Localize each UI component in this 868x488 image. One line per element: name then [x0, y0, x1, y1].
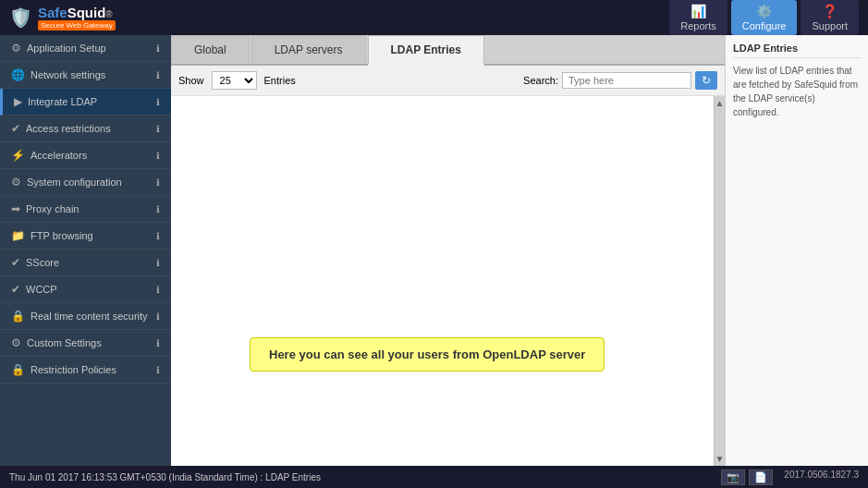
- logo-text: SafeSquid®: [38, 5, 116, 20]
- info-icon-system-config: ℹ: [156, 177, 160, 188]
- status-bar: Thu Jun 01 2017 16:13:53 GMT+0530 (India…: [0, 466, 868, 488]
- info-icon-network: ℹ: [156, 70, 160, 80]
- scroll-down-arrow[interactable]: ▼: [715, 454, 725, 464]
- reports-icon: 📊: [691, 4, 706, 18]
- logo-icon: 🛡️: [9, 6, 32, 29]
- status-icon-btn-2[interactable]: 📄: [749, 470, 773, 485]
- sidebar-item-integrate-ldap[interactable]: ▶ Integrate LDAP ℹ: [0, 89, 171, 116]
- ftp-icon: 📁: [11, 229, 25, 242]
- nav-btn-reports[interactable]: 📊Reports: [669, 0, 727, 35]
- support-icon: ❓: [822, 4, 837, 18]
- sidebar-item-custom[interactable]: ⚙ Custom Settings ℹ: [0, 330, 171, 357]
- show-label: Show: [178, 75, 204, 86]
- content-area: GlobalLDAP serversLDAP Entries Show 25 5…: [171, 35, 725, 466]
- nav-buttons: 📊Reports⚙️Configure❓Support: [669, 0, 859, 35]
- logo-area: 🛡️ SafeSquid® Secure Web Gateway: [9, 5, 116, 30]
- table-controls: Show 25 50 100 Entries Search: ↻: [171, 66, 725, 96]
- info-icon-restriction: ℹ: [156, 365, 160, 375]
- logo-subtitle: Secure Web Gateway: [38, 20, 116, 30]
- sidebar-label-ftp: FTP browsing: [31, 230, 93, 241]
- sidebar-label-integrate-ldap: Integrate LDAP: [28, 96, 97, 107]
- accelerators-icon: ⚡: [11, 149, 25, 162]
- sidebar-item-proxy-chain[interactable]: ➡ Proxy chain ℹ: [0, 196, 171, 223]
- sidebar-item-restriction[interactable]: 🔒 Restriction Policies ℹ: [0, 357, 171, 384]
- search-input[interactable]: [562, 72, 691, 89]
- proxy-chain-icon: ➡: [11, 202, 20, 215]
- app-setup-icon: ⚙: [11, 42, 21, 55]
- status-version: 2017.0506.1827.3: [784, 470, 859, 485]
- sidebar-label-restriction: Restriction Policies: [31, 364, 116, 375]
- sscore-icon: ✔: [11, 256, 20, 269]
- sidebar-item-app-setup[interactable]: ⚙ Application Setup ℹ: [0, 35, 171, 62]
- tab-ldap-entries[interactable]: LDAP Entries: [368, 35, 484, 66]
- entries-label: Entries: [264, 75, 296, 86]
- sidebar-label-custom: Custom Settings: [27, 337, 102, 348]
- custom-icon: ⚙: [11, 336, 21, 349]
- table-wrapper: [171, 96, 714, 466]
- sidebar-label-proxy-chain: Proxy chain: [26, 203, 79, 214]
- show-select[interactable]: 25 50 100: [212, 71, 257, 90]
- sidebar-label-wccp: WCCP: [26, 284, 57, 295]
- sidebar-item-access[interactable]: ✔ Access restrictions ℹ: [0, 116, 171, 142]
- sidebar-label-sscore: SScore: [26, 257, 59, 268]
- sidebar-item-wccp[interactable]: ✔ WCCP ℹ: [0, 276, 171, 303]
- status-icons: 📷 📄 2017.0506.1827.3: [721, 470, 859, 485]
- info-icon-ftp: ℹ: [156, 231, 160, 241]
- realtime-icon: 🔒: [11, 310, 25, 323]
- right-panel-text: View list of LDAP entries that are fetch…: [733, 64, 861, 119]
- info-icon-app-setup: ℹ: [156, 43, 160, 54]
- info-icon-accelerators: ℹ: [156, 151, 160, 161]
- sidebar-label-accelerators: Accelerators: [31, 150, 87, 161]
- status-datetime: Thu Jun 01 2017 16:13:53 GMT+0530 (India…: [9, 472, 321, 482]
- tab-ldap-servers[interactable]: LDAP servers: [251, 35, 366, 64]
- network-icon: 🌐: [11, 68, 25, 81]
- right-panel: LDAP Entries View list of LDAP entries t…: [725, 35, 868, 466]
- tooltip-banner: Here you can see all your users from Ope…: [250, 337, 605, 372]
- sidebar-item-sscore[interactable]: ✔ SScore ℹ: [0, 250, 171, 276]
- status-icon-btn-1[interactable]: 📷: [721, 470, 745, 485]
- sidebar-label-system-config: System configuration: [27, 177, 122, 188]
- header: 🛡️ SafeSquid® Secure Web Gateway 📊Report…: [0, 0, 868, 35]
- sidebar-label-access: Access restrictions: [26, 123, 111, 134]
- access-icon: ✔: [11, 122, 20, 135]
- integrate-ldap-icon: ▶: [14, 95, 22, 108]
- info-icon-proxy-chain: ℹ: [156, 204, 160, 214]
- wccp-icon: ✔: [11, 283, 20, 296]
- sidebar-item-ftp[interactable]: 📁 FTP browsing ℹ: [0, 223, 171, 250]
- system-config-icon: ⚙: [11, 176, 21, 189]
- configure-icon: ⚙️: [756, 4, 772, 18]
- sidebar-label-app-setup: Application Setup: [27, 43, 106, 54]
- sidebar-label-realtime: Real time content security: [31, 311, 148, 322]
- info-icon-wccp: ℹ: [156, 285, 160, 295]
- info-icon-access: ℹ: [156, 124, 160, 134]
- sidebar-item-system-config[interactable]: ⚙ System configuration ℹ: [0, 169, 171, 196]
- scroll-indicator[interactable]: ▲ ▼: [714, 96, 725, 466]
- sidebar-item-accelerators[interactable]: ⚡ Accelerators ℹ: [0, 142, 171, 169]
- tabs: GlobalLDAP serversLDAP Entries: [171, 35, 725, 66]
- sidebar-item-network[interactable]: 🌐 Network settings ℹ: [0, 62, 171, 89]
- restriction-icon: 🔒: [11, 363, 25, 376]
- nav-btn-support[interactable]: ❓Support: [801, 0, 859, 35]
- scroll-up-arrow[interactable]: ▲: [715, 98, 725, 108]
- sidebar-item-realtime[interactable]: 🔒 Real time content security ℹ: [0, 303, 171, 330]
- sidebar: ⚙ Application Setup ℹ🌐 Network settings …: [0, 35, 171, 466]
- search-box: Search: ↻: [523, 71, 717, 90]
- refresh-button[interactable]: ↻: [695, 71, 717, 90]
- info-icon-custom: ℹ: [156, 338, 160, 348]
- right-panel-title: LDAP Entries: [733, 43, 861, 58]
- sidebar-label-network: Network settings: [31, 69, 105, 80]
- info-icon-realtime: ℹ: [156, 311, 160, 322]
- info-icon-integrate-ldap: ℹ: [156, 97, 160, 107]
- main-layout: ⚙ Application Setup ℹ🌐 Network settings …: [0, 35, 868, 466]
- info-icon-sscore: ℹ: [156, 258, 160, 268]
- tab-global[interactable]: Global: [171, 35, 250, 64]
- nav-btn-configure[interactable]: ⚙️Configure: [731, 0, 798, 35]
- search-label: Search:: [523, 75, 558, 86]
